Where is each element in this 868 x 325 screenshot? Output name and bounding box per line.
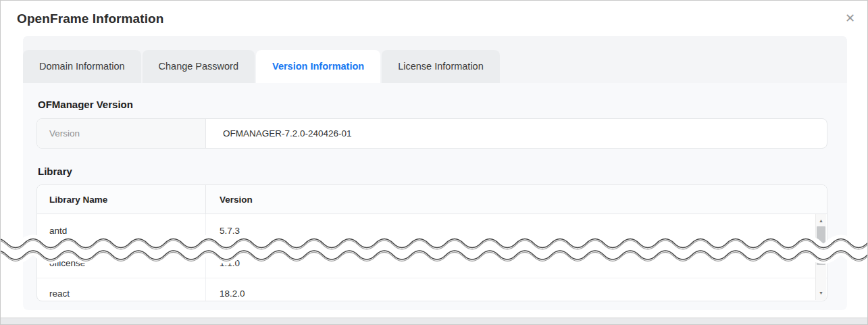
version-information-content: OFManager Version Version OFMANAGER-7.2.… — [23, 83, 847, 310]
close-icon[interactable]: ✕ — [845, 11, 855, 26]
dialog-header: OpenFrame Information ✕ — [1, 1, 867, 36]
tab-license-information[interactable]: License Information — [382, 50, 500, 83]
library-table: Library Name Version antd 5.7.3 oflicens… — [36, 184, 827, 301]
table-row: oflicense 1.1.0 — [37, 248, 827, 278]
library-name-cell: antd — [37, 214, 206, 247]
version-row-label: Version — [37, 119, 206, 148]
tab-panel: Domain Information Change Password Versi… — [23, 36, 847, 310]
tab-domain-information[interactable]: Domain Information — [23, 50, 141, 83]
scrollbar-thumb[interactable] — [817, 226, 825, 265]
ofmanager-version-table: Version OFMANAGER-7.2.0-240426-01 — [36, 118, 827, 149]
library-name-cell: oflicense — [37, 248, 206, 278]
table-row: antd 5.7.3 — [37, 214, 827, 248]
scroll-down-icon[interactable]: ▼ — [816, 289, 826, 298]
library-name-cell: react — [37, 278, 206, 301]
version-row-value: OFMANAGER-7.2.0-240426-01 — [206, 119, 827, 148]
column-header-library-name: Library Name — [37, 185, 206, 214]
ofmanager-version-heading: OFManager Version — [38, 98, 834, 111]
scroll-up-icon[interactable]: ▲ — [816, 216, 826, 226]
tab-bar: Domain Information Change Password Versi… — [23, 36, 847, 83]
openframe-information-dialog: OpenFrame Information ✕ Domain Informati… — [0, 0, 868, 325]
library-version-cell: 5.7.3 — [206, 214, 827, 247]
library-version-cell: 18.2.0 — [206, 278, 827, 301]
library-table-header: Library Name Version — [37, 185, 827, 214]
column-header-version: Version — [206, 185, 827, 214]
tab-change-password[interactable]: Change Password — [143, 50, 255, 83]
tab-version-information[interactable]: Version Information — [256, 50, 380, 83]
library-heading: Library — [38, 165, 834, 178]
dialog-title: OpenFrame Information — [17, 11, 163, 26]
page-background-strip — [1, 318, 867, 324]
library-table-scrollbar[interactable]: ▲ ▼ — [815, 214, 826, 300]
table-row: react 18.2.0 — [37, 278, 827, 301]
library-version-cell: 1.1.0 — [206, 248, 827, 278]
